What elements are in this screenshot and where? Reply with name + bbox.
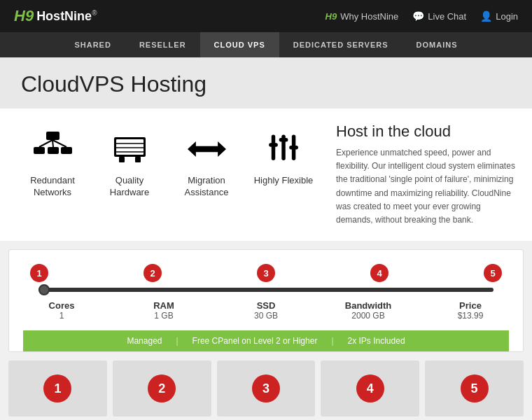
slider-track-container	[38, 285, 493, 295]
step-1[interactable]: 1	[30, 264, 48, 282]
feature-icons-group: Redundant Networks Quality Hardware	[14, 122, 322, 227]
secondary-navigation: SHARED RESELLER CLOUD VPS DEDICATED SERV…	[0, 32, 532, 57]
ram-title: RAM	[132, 300, 195, 311]
svg-rect-2	[48, 147, 59, 154]
plan-card-4[interactable]: 4	[321, 360, 419, 416]
green-bar-cpanel: Free CPanel on Level 2 or Higher	[192, 336, 318, 346]
nav-shared[interactable]: SHARED	[60, 32, 125, 57]
slider-labels: Cores 1 RAM 1 GB SSD 30 GB Bandwidth 200…	[23, 295, 509, 321]
user-icon: 👤	[480, 10, 492, 22]
svg-rect-15	[271, 134, 274, 160]
svg-rect-3	[61, 147, 72, 154]
page-title-section: CloudVPS Hosting	[0, 57, 532, 108]
step-2[interactable]: 2	[144, 264, 162, 282]
plan-circle-1: 1	[43, 374, 71, 402]
feature-highly-flexible-label: Highly Flexible	[254, 175, 314, 187]
slider-steps: 1 2 3 4 5	[23, 264, 509, 282]
host-cloud-description: Host in the cloud Experience unmatched s…	[322, 122, 518, 227]
host-cloud-title: Host in the cloud	[336, 122, 518, 141]
cores-value: 1	[30, 311, 93, 321]
logo-h9: H9	[14, 7, 34, 25]
plan-cards: 1 2 3 4 5	[0, 352, 532, 420]
price-value: $13.99	[439, 311, 502, 321]
top-nav-links: H9 Why HostNine 💬 Live Chat 👤 Login	[326, 10, 518, 22]
slider-track[interactable]	[38, 288, 493, 292]
green-bar: Managed | Free CPanel on Level 2 or High…	[23, 330, 509, 351]
ssd-value: 30 GB	[234, 311, 298, 321]
label-ram: RAM 1 GB	[132, 300, 195, 321]
feature-redundant-networks: Redundant Networks	[14, 130, 91, 199]
slider-section: 1 2 3 4 5 Cores 1 RAM 1 GB SSD 30 GB Ban…	[8, 249, 524, 352]
feature-migration-assistance-label: Migration Assistance	[174, 175, 239, 199]
login-link[interactable]: 👤 Login	[480, 10, 518, 22]
slider-thumb[interactable]	[38, 284, 50, 295]
plan-card-5[interactable]: 5	[425, 360, 524, 416]
logo-reg: ®	[92, 9, 97, 17]
green-bar-content: Managed | Free CPanel on Level 2 or High…	[127, 336, 405, 346]
bandwidth-title: Bandwidth	[337, 300, 400, 311]
live-chat-link[interactable]: 💬 Live Chat	[412, 10, 466, 22]
host-cloud-text: Experience unmatched speed, power and fl…	[336, 146, 518, 227]
label-cores: Cores 1	[30, 300, 93, 321]
top-navigation: H9 HostNine® H9 Why HostNine 💬 Live Chat…	[0, 0, 532, 32]
chat-icon: 💬	[412, 10, 424, 22]
svg-rect-13	[135, 157, 141, 162]
nav-domains[interactable]: DOMAINS	[402, 32, 472, 57]
step-4[interactable]: 4	[370, 264, 388, 282]
bandwidth-value: 2000 GB	[337, 311, 400, 321]
features-section: Redundant Networks Quality Hardware	[0, 108, 532, 241]
ram-value: 1 GB	[132, 311, 195, 321]
hardware-icon	[111, 130, 149, 168]
label-price: Price $13.99	[439, 300, 502, 321]
label-bandwidth: Bandwidth 2000 GB	[337, 300, 400, 321]
plan-card-2[interactable]: 2	[113, 360, 211, 416]
plan-circle-4: 4	[356, 374, 384, 402]
h9-icon: H9	[326, 11, 337, 22]
feature-migration-assistance: Migration Assistance	[168, 130, 245, 199]
logo[interactable]: H9 HostNine®	[14, 7, 97, 25]
plan-card-3[interactable]: 3	[217, 360, 316, 416]
green-bar-sep-1: |	[176, 336, 178, 346]
svg-rect-0	[46, 132, 59, 140]
nav-reseller[interactable]: RESELLER	[125, 32, 200, 57]
svg-rect-19	[279, 138, 288, 141]
live-chat-label: Live Chat	[428, 11, 466, 22]
step-5[interactable]: 5	[484, 264, 502, 282]
green-bar-ips: 2x IPs Included	[348, 336, 405, 346]
why-hostnine-label: Why HostNine	[340, 11, 398, 22]
plan-card-1[interactable]: 1	[8, 360, 107, 416]
step-3[interactable]: 3	[257, 264, 275, 282]
migration-icon	[188, 130, 226, 168]
nav-dedicated[interactable]: DEDICATED SERVERS	[279, 32, 402, 57]
feature-highly-flexible: Highly Flexible	[245, 130, 322, 187]
cores-title: Cores	[30, 300, 93, 311]
network-icon	[34, 130, 72, 168]
feature-quality-hardware: Quality Hardware	[91, 130, 168, 199]
svg-marker-14	[188, 141, 226, 157]
plan-circle-2: 2	[148, 374, 176, 402]
feature-redundant-networks-label: Redundant Networks	[20, 175, 85, 199]
svg-rect-12	[119, 157, 125, 162]
svg-rect-20	[289, 146, 298, 149]
plan-circle-3: 3	[252, 374, 280, 402]
flexible-icon	[265, 130, 303, 168]
label-ssd: SSD 30 GB	[234, 300, 298, 321]
svg-line-4	[39, 140, 52, 147]
logo-text: HostNine®	[36, 9, 97, 24]
nav-cloud-vps[interactable]: CLOUD VPS	[200, 32, 279, 57]
ssd-title: SSD	[234, 300, 298, 311]
green-bar-sep-2: |	[331, 336, 333, 346]
plan-circle-5: 5	[461, 374, 489, 402]
svg-rect-18	[269, 143, 278, 146]
page-title: CloudVPS Hosting	[21, 71, 511, 97]
feature-quality-hardware-label: Quality Hardware	[97, 175, 162, 199]
svg-line-6	[52, 140, 66, 147]
green-bar-managed: Managed	[127, 336, 162, 346]
price-title: Price	[439, 300, 502, 311]
login-label: Login	[496, 11, 518, 22]
why-hostnine-link[interactable]: H9 Why HostNine	[326, 11, 399, 22]
svg-rect-1	[34, 147, 45, 154]
